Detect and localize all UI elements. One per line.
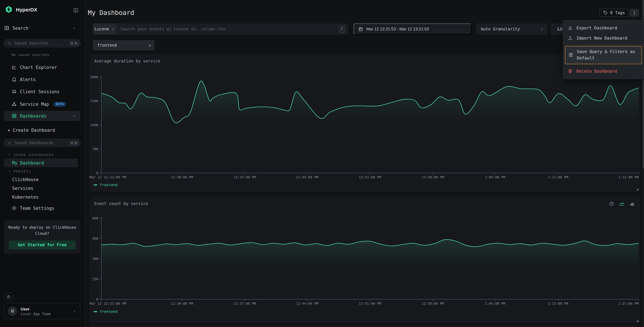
app-logo[interactable]: HyperDX — [5, 6, 80, 14]
date-range-picker[interactable]: Mar 12 12:21:53 - Mar 12 13:21:53 — [354, 23, 472, 35]
bell-icon — [12, 77, 17, 82]
date-range-value: Mar 12 12:21:53 - Mar 12 13:21:53 — [366, 27, 429, 32]
dots-vertical-icon — [632, 10, 637, 15]
menu-item-delete-dashboard[interactable]: Delete Dashboard — [563, 66, 644, 76]
user-team: Local App Team — [20, 312, 50, 316]
svg-text:450: 450 — [92, 236, 98, 240]
sidebar-item-dashboards[interactable]: Dashboards — [4, 111, 80, 121]
sidebar-item-label: Service Map — [20, 102, 49, 106]
user-name: User — [20, 306, 50, 311]
create-dashboard-button[interactable]: + Create Dashboard — [8, 126, 55, 134]
svg-text:1:21:00 PM: 1:21:00 PM — [618, 175, 638, 179]
legend-swatch — [94, 311, 97, 312]
sidebar-item-team-settings[interactable]: Team Settings — [12, 204, 80, 212]
chevron-up-icon[interactable] — [72, 26, 76, 30]
chart-legend[interactable]: frontend — [94, 183, 118, 187]
tag-icon — [603, 10, 608, 15]
tags-button[interactable]: 0 Tags — [600, 9, 629, 17]
menu-item-label: Export Dashboard — [576, 25, 617, 30]
svg-text:0: 0 — [96, 297, 98, 301]
svg-text:1:05:00 PM: 1:05:00 PM — [485, 302, 505, 306]
sidebar-item-label: Team Settings — [20, 206, 54, 210]
user-menu[interactable]: U User Local App Team — [4, 303, 80, 319]
section-presets[interactable]: PRESETS — [8, 168, 31, 174]
sidebar-item-service-map[interactable]: Service Map BETA — [12, 100, 80, 108]
chevron-right-icon — [72, 309, 77, 313]
saved-dashboards-input[interactable]: Saved Dashboards ⌘ K — [4, 138, 81, 147]
section-saved-dashboards[interactable]: SAVED DASHBOARDS — [8, 152, 54, 158]
svg-text:300: 300 — [92, 257, 98, 261]
svg-text:1:05:00 PM: 1:05:00 PM — [485, 175, 505, 179]
chart-panel-average-duration: Average duration by service 070K140K210K… — [90, 54, 640, 192]
dashboard-options-button[interactable] — [630, 9, 639, 17]
saved-searches-placeholder: Saved Searches — [14, 41, 66, 46]
svg-text:Mar 12 12:21:00 PM: Mar 12 12:21:00 PM — [90, 302, 126, 306]
chevron-down-icon — [8, 153, 12, 157]
menu-item-label: Save Query & Filters as Default — [577, 49, 638, 61]
sidebar-item-label: Dashboards — [20, 113, 46, 118]
svg-text:12:51:00 PM: 12:51:00 PM — [359, 302, 381, 306]
svg-text:12:44:00 PM: 12:44:00 PM — [296, 302, 318, 306]
sidebar-item-client-sessions[interactable]: Client Sessions — [12, 88, 80, 96]
legend-swatch — [94, 184, 97, 186]
section-label: PRESETS — [14, 170, 31, 173]
svg-text:12:51:00 PM: 12:51:00 PM — [359, 175, 381, 179]
dashboard-options-menu: Export Dashboard Import New Dashboard Sa… — [563, 20, 644, 79]
menu-item-label: Delete Dashboard — [576, 68, 617, 74]
saved-dashboard-item-my-dashboard[interactable]: My Dashboard — [4, 158, 78, 167]
saved-searches-input[interactable]: Saved Searches ⌘ K — [4, 39, 81, 48]
svg-text:12:37:00 PM: 12:37:00 PM — [234, 302, 256, 306]
close-icon[interactable]: ✕ — [148, 43, 151, 48]
menu-item-import-dashboard[interactable]: Import New Dashboard — [563, 33, 644, 43]
panel-resize-handle[interactable] — [635, 187, 638, 190]
preset-item-services[interactable]: Services — [12, 184, 33, 192]
search-icon — [8, 41, 12, 46]
app-name: HyperDX — [16, 6, 37, 12]
chart-legend[interactable]: frontend — [94, 310, 118, 314]
line-chart-event-count[interactable]: 0150300450600Mar 12 12:21:00 PM12:30:00 … — [90, 196, 640, 323]
download-icon — [568, 25, 573, 30]
event-search-input[interactable]: Search your events w/ Lucene ex. column:… — [116, 27, 338, 32]
shortcut-badge: ⌘ K — [69, 41, 79, 46]
line-chart-average-duration[interactable]: 070K140K210K280KMar 12 12:21:00 PM12:30:… — [90, 54, 640, 192]
legend-label: frontend — [100, 310, 118, 314]
search-icon — [8, 141, 12, 145]
page-title: My Dashboard — [88, 9, 134, 16]
laptop-icon — [12, 89, 17, 94]
svg-text:Mar 12 12:21:00 PM: Mar 12 12:21:00 PM — [90, 175, 126, 179]
dashboards-grid-icon — [12, 113, 17, 118]
sidebar-item-alerts[interactable]: Alerts — [12, 75, 80, 84]
upload-icon — [568, 35, 573, 40]
hyperdx-logo-icon — [5, 6, 13, 14]
table-icon — [4, 25, 10, 31]
select-chevrons-icon — [540, 27, 544, 31]
calendar-icon — [358, 26, 363, 32]
sidebar-item-search[interactable]: Search — [4, 24, 80, 32]
svg-text:70K: 70K — [92, 147, 98, 151]
sidebar-item-label: Chart Explorer — [20, 65, 57, 70]
avatar: U — [8, 306, 17, 316]
preset-item-clickhouse[interactable]: ClickHouse — [12, 175, 39, 184]
sidebar-collapse-button[interactable] — [73, 8, 79, 13]
query-language-select[interactable]: Lucene — [93, 23, 116, 35]
filter-chip-frontend[interactable]: frontend ✕ — [93, 40, 154, 50]
help-button[interactable] — [4, 292, 13, 301]
sidebar: HyperDX Search Saved Searches ⌘ K No sav… — [0, 0, 85, 327]
event-search-bar: Lucene Search your events w/ Lucene ex. … — [93, 23, 348, 35]
sidebar-item-label: Search — [12, 26, 28, 30]
sidebar-item-label: Client Sessions — [20, 89, 60, 94]
get-started-button[interactable]: Get Started for Free — [9, 240, 76, 250]
menu-item-export-dashboard[interactable]: Export Dashboard — [563, 23, 644, 33]
granularity-select[interactable]: Auto Granularity — [476, 23, 547, 35]
svg-text:12:58:00 PM: 12:58:00 PM — [422, 302, 444, 306]
preset-item-kubernetes[interactable]: Kubernetes — [12, 193, 39, 201]
chevron-down-icon — [111, 27, 114, 31]
panel-resize-handle[interactable] — [635, 318, 638, 322]
sidebar-item-chart-explorer[interactable]: Chart Explorer — [12, 63, 80, 71]
chevron-up-icon[interactable] — [72, 114, 76, 118]
query-language-value: Lucene — [94, 27, 109, 32]
menu-item-save-query-filters-default[interactable]: Save Query & Filters as Default — [565, 46, 642, 64]
no-saved-searches-text: No saved searches — [12, 53, 50, 57]
chart-explorer-icon — [12, 64, 17, 70]
svg-text:12:30:00 PM: 12:30:00 PM — [171, 302, 193, 306]
